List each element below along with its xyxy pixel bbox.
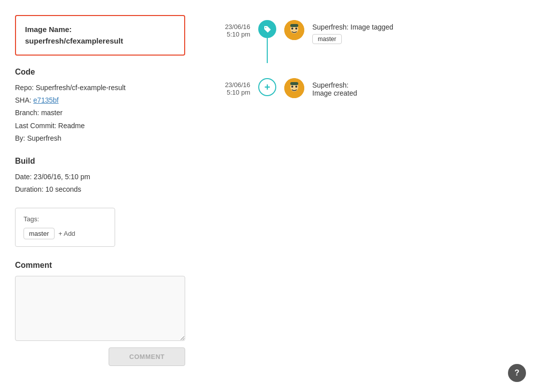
comment-button[interactable]: COMMENT <box>109 347 185 366</box>
comment-btn-row: COMMENT <box>15 347 185 366</box>
svg-rect-9 <box>290 82 298 85</box>
timeline-event-title-1: Superfresh: Image tagged <box>312 23 393 31</box>
code-repo: Repo: Superfresh/cf-example-result <box>15 82 185 94</box>
tag-icon <box>258 20 276 38</box>
timeline-icon-col-1 <box>258 20 276 63</box>
build-date: Date: 23/06/16, 5:10 pm <box>15 171 185 183</box>
sha-link[interactable]: e7135bf <box>34 96 59 104</box>
tags-box: Tags: master + Add <box>15 208 115 247</box>
image-name-box: Image Name: superfresh/cfexampleresult <box>15 15 185 56</box>
timeline-event-badge-1: master <box>312 34 342 44</box>
left-panel: Image Name: superfresh/cfexampleresult C… <box>15 15 185 366</box>
avatar-1 <box>284 20 304 40</box>
svg-point-8 <box>295 86 297 88</box>
image-name-label: Image Name: <box>25 25 72 34</box>
code-branch: Branch: master <box>15 107 185 119</box>
timeline-item-2: 23/06/16 5:10 pm + <box>205 78 521 100</box>
timeline-date-1: 23/06/16 5:10 pm <box>205 20 250 38</box>
main-layout: Image Name: superfresh/cfexampleresult C… <box>15 15 521 366</box>
timeline-content-2: Superfresh:Image created <box>312 78 357 100</box>
comment-textarea[interactable] <box>15 276 185 341</box>
build-heading: Build <box>15 157 185 166</box>
plus-icon: + <box>258 78 276 96</box>
svg-point-2 <box>291 28 293 30</box>
code-section: Code Repo: Superfresh/cf-example-result … <box>15 68 185 145</box>
avatar-2 <box>284 78 304 98</box>
timeline-icon-col-2: + <box>258 78 276 96</box>
code-sha: SHA: e7135bf <box>15 94 185 107</box>
build-duration: Duration: 10 seconds <box>15 183 185 196</box>
code-by: By: Superfresh <box>15 132 185 145</box>
timeline-date-2: 23/06/16 5:10 pm <box>205 78 250 96</box>
timeline-connector-1 <box>267 38 268 63</box>
svg-rect-4 <box>290 24 298 27</box>
timeline-item-1: 23/06/16 5:10 pm <box>205 20 521 63</box>
timeline-content-1: Superfresh: Image tagged master <box>312 20 393 44</box>
add-tag-button[interactable]: + Add <box>59 230 76 237</box>
svg-point-7 <box>291 86 293 88</box>
code-heading: Code <box>15 68 185 77</box>
help-button[interactable]: ? <box>508 364 526 382</box>
comment-section: Comment COMMENT <box>15 261 185 366</box>
build-section: Build Date: 23/06/16, 5:10 pm Duration: … <box>15 157 185 196</box>
tag-master: master <box>24 228 55 239</box>
comment-heading: Comment <box>15 261 185 270</box>
right-panel: 23/06/16 5:10 pm <box>205 15 521 366</box>
tags-label: Tags: <box>24 215 107 223</box>
image-name-value: superfresh/cfexampleresult <box>25 37 123 45</box>
page-wrapper: Image Name: superfresh/cfexampleresult C… <box>0 0 536 392</box>
timeline: 23/06/16 5:10 pm <box>205 15 521 100</box>
code-last-commit: Last Commit: Readme <box>15 120 185 132</box>
svg-point-3 <box>295 28 297 30</box>
timeline-event-title-2: Superfresh:Image created <box>312 81 357 97</box>
tags-row: master + Add <box>24 228 107 239</box>
image-name-title: Image Name: superfresh/cfexampleresult <box>25 24 175 47</box>
